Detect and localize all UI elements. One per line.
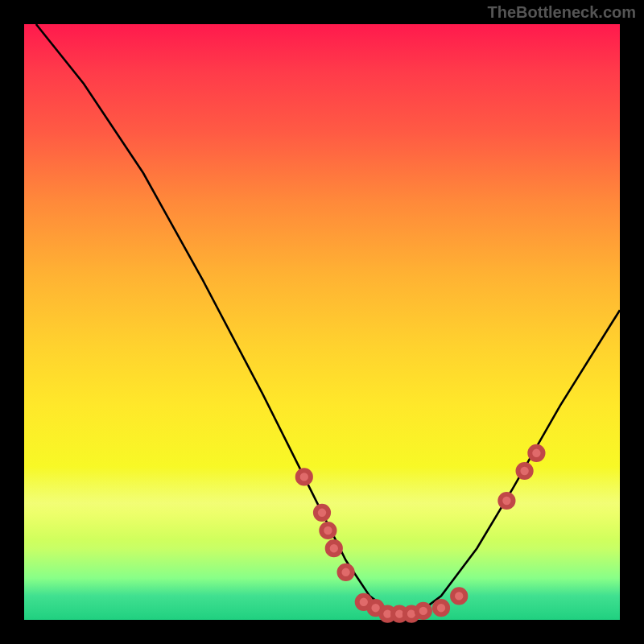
chart-plot-area [24,24,620,620]
data-point-marker [530,447,543,460]
watermark-text: TheBottleneck.com [488,3,636,22]
data-point-marker [435,601,448,614]
data-point-marker [500,494,513,507]
data-point-marker [452,589,465,602]
data-point-marker [316,506,328,519]
data-point-marker [518,464,530,477]
data-markers [298,447,543,621]
data-point-marker [321,524,334,537]
chart-svg [24,24,620,620]
data-point-marker [339,566,352,579]
data-point-marker [328,542,341,555]
data-point-marker [417,605,430,617]
data-point-marker [298,470,311,483]
